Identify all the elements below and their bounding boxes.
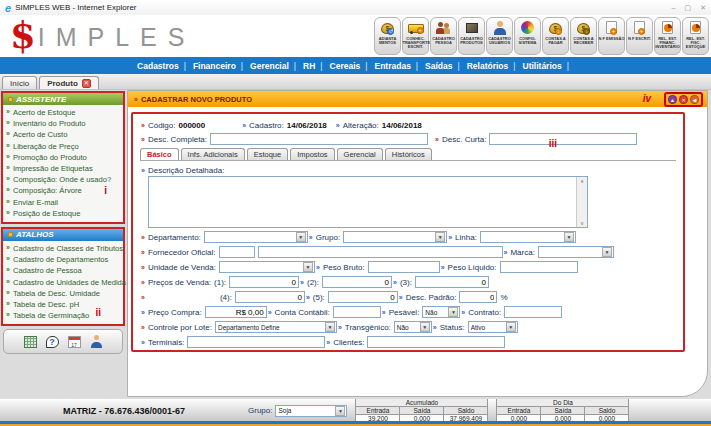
sidebar-item[interactable]: » Cadastro de Classes de Tributos <box>6 243 122 254</box>
sidebar-item[interactable]: » Cadastro de Departamentos <box>6 254 122 265</box>
menu-item[interactable]: Relatórios <box>466 61 522 71</box>
clientes-input[interactable] <box>367 336 505 348</box>
tab-basico[interactable]: Básico <box>140 148 179 160</box>
transgenico-select[interactable]: Não ▼ <box>394 321 432 333</box>
toolbar-button-adiantamentos[interactable]: ↺ ADIANTA MENTOS <box>374 17 401 55</box>
sidebar-item[interactable]: » Acerto de Custo <box>6 129 122 140</box>
arrow-bullet-icon: » <box>6 266 10 275</box>
marca-select[interactable]: ▼ <box>538 246 614 258</box>
fornecedor-codigo-input[interactable] <box>219 246 255 258</box>
menu-item[interactable]: Utilitários <box>522 61 575 71</box>
desc-curta-input[interactable] <box>489 133 637 145</box>
tab-infs-adicionais[interactable]: Infs. Adicionais <box>181 148 245 160</box>
tab-historicos[interactable]: Históricos <box>385 148 432 160</box>
grupo-statusbar-select[interactable]: Soja ▼ <box>275 405 347 417</box>
pesavel-select[interactable]: Não ▼ <box>422 306 460 318</box>
close-form-icon[interactable]: ✕ <box>679 95 688 104</box>
calculator-icon[interactable] <box>24 336 37 348</box>
back-icon[interactable]: ◀ <box>690 95 699 104</box>
calendar-icon[interactable]: 17 <box>68 336 81 348</box>
sidebar-item[interactable]: » Tabela de Desc. pH <box>6 299 122 310</box>
annotation-i: i <box>104 185 107 196</box>
departamento-label: Departamento: <box>148 233 201 242</box>
fornecedor-nome-input[interactable] <box>258 246 503 258</box>
bullet-icon: » <box>268 309 272 316</box>
conta-contabil-input[interactable] <box>333 306 381 318</box>
preco3-input[interactable] <box>415 276 489 288</box>
toolbar-button-contas-a-pagar[interactable]: ↓ CONTAS A PAGAR <box>542 17 569 55</box>
sidebar-item[interactable]: » Cadastro de Pessoa <box>6 265 122 276</box>
user-icon[interactable] <box>90 335 103 348</box>
toolbar-button-cadastro-usuarios[interactable]: CADASTRO USUÁRIOS <box>486 17 513 55</box>
sidebar-item[interactable]: » Posição de Estoque <box>6 208 122 219</box>
company-id: MATRIZ - 76.676.436/0001-67 <box>0 406 248 416</box>
scrollbar[interactable]: ∧ ∨ <box>576 177 587 227</box>
toolbar-button-rel-estoque[interactable]: REL. EST. FISC. ESTOQUE <box>682 17 709 55</box>
close-tab-icon[interactable]: ✕ <box>82 79 91 88</box>
bullet-icon: » <box>504 249 508 256</box>
maximize-button[interactable]: ▢ <box>685 4 692 12</box>
preco-compra-input[interactable] <box>205 306 267 318</box>
controle-lote-select[interactable]: Departamento Define ▼ <box>215 321 337 333</box>
tab-estoque[interactable]: Estoque <box>247 148 289 160</box>
menu-item[interactable]: RH <box>302 61 329 71</box>
menu-item[interactable]: Gerencial <box>249 61 302 71</box>
desc-completa-input[interactable] <box>210 133 428 145</box>
menu-item[interactable]: Saídas <box>424 61 466 71</box>
preco1-input[interactable] <box>229 276 299 288</box>
sidebar-item[interactable]: » Tabela de Germinação <box>6 310 122 321</box>
sidebar-item[interactable]: » Cadastro de Unidades de Medida <box>6 276 122 287</box>
status-select[interactable]: Ativo ▼ <box>468 321 518 333</box>
descricao-detalhada-field: ∧ ∨ <box>148 176 588 228</box>
preco2-input[interactable] <box>322 276 392 288</box>
sidebar-item[interactable]: » Promoção do Produto <box>6 152 122 163</box>
grupo-select[interactable]: ▼ <box>343 231 447 243</box>
toolbar-button-cadastro-produtos[interactable]: CADASTRO PRODUTOS <box>458 17 485 55</box>
sidebar-item[interactable]: » Inventário do Produto <box>6 118 122 129</box>
toolbar-button-config-sistema[interactable]: CONFIG. SISTEMA <box>514 17 541 55</box>
tab-impostos[interactable]: Impostos <box>290 148 334 160</box>
help-icon[interactable]: ? <box>46 336 59 348</box>
peso-bruto-input[interactable] <box>368 261 440 273</box>
peso-liquido-input[interactable] <box>500 261 578 273</box>
scroll-up-icon[interactable]: ∧ <box>580 178 584 184</box>
menu-item[interactable]: Entradas <box>373 61 424 71</box>
toolbar-button-nf-escrit[interactable]: + N F ESCRIT. <box>626 17 653 55</box>
menu-item[interactable]: Cereais <box>329 61 374 71</box>
linha-select[interactable]: ▼ <box>480 231 576 243</box>
menu-item[interactable]: Financeiro <box>192 61 249 71</box>
toolbar-button-contas-a-receber[interactable]: ↓ CONTAS A RECEBER <box>570 17 597 55</box>
bullet-icon: » <box>316 264 320 271</box>
sidebar-item[interactable]: » Liberação de Preço <box>6 141 122 152</box>
preco5-input[interactable] <box>328 291 398 303</box>
tab-gerencial[interactable]: Gerencial <box>337 148 383 160</box>
tab-produto[interactable]: Produto ✕ <box>39 76 99 89</box>
toolbar-button-rel-inventario[interactable]: REL. EST. FINANC. INVENTÁRIO <box>654 17 681 55</box>
toolbar-button-conhec-transporte[interactable]: + CONHEC. TRANSPORTE ESCRIT. <box>402 17 429 55</box>
sidebar-item[interactable]: » Acerto de Estoque <box>6 107 122 118</box>
contrato-input[interactable] <box>504 306 562 318</box>
sidebar-item[interactable]: » Impressão de Etiquetas <box>6 163 122 174</box>
clientes-label: Clientes: <box>333 338 364 347</box>
sidebar-item[interactable]: » Composição: Onde é usado? <box>6 174 122 185</box>
sidebar-item[interactable]: » Tabela de Desc. Umidade <box>6 288 122 299</box>
departamento-select[interactable]: ▼ <box>204 231 308 243</box>
close-button[interactable]: ✕ <box>700 4 706 12</box>
sidebar-item[interactable]: » Enviar E-mail <box>6 197 122 208</box>
collapse-icon[interactable]: ▲ <box>668 95 677 104</box>
scroll-down-icon[interactable]: ∨ <box>580 220 584 226</box>
toolbar-button-nf-emissao[interactable]: + N F EMISSÃO <box>598 17 625 55</box>
terminais-label: Terminais: <box>148 338 184 347</box>
tab-inicio[interactable]: Início <box>2 76 37 89</box>
sidebar-item-label: Composição: Onde é usado? <box>13 175 111 184</box>
sidebar-item-label: Tabela de Desc. pH <box>13 300 79 309</box>
logo-text: IMPLES <box>38 23 196 52</box>
desc-padrao-input[interactable] <box>459 291 497 303</box>
unidade-venda-select[interactable]: ▼ <box>219 261 315 273</box>
toolbar-button-cadastro-pessoa[interactable]: CADASTRO PESSOA <box>430 17 457 55</box>
minimize-button[interactable]: – <box>672 4 676 12</box>
descricao-detalhada-textarea[interactable] <box>149 177 576 227</box>
preco4-input[interactable] <box>235 291 305 303</box>
terminais-input[interactable] <box>187 336 325 348</box>
menu-item[interactable]: Cadastros <box>136 61 192 71</box>
